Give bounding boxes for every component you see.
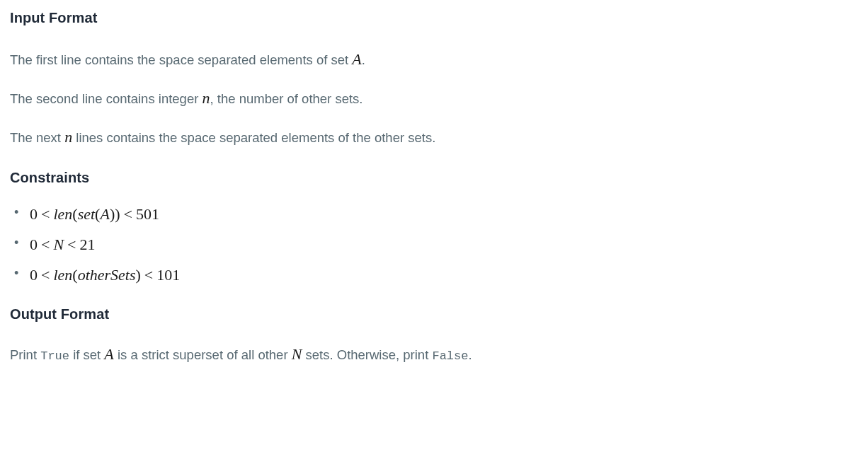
text: sets. Otherwise, print (302, 347, 432, 362)
less-than: < (41, 236, 50, 253)
paren-open: ( (72, 266, 77, 284)
math-var-A: A (352, 50, 361, 68)
num: 0 (30, 266, 38, 284)
code-false: False (432, 349, 468, 363)
less-than: < (124, 205, 132, 223)
text: if set (69, 347, 104, 362)
output-format-heading: Output Format (10, 306, 858, 323)
text: . (468, 347, 472, 362)
less-than: < (41, 266, 50, 284)
paren-close: ) (115, 205, 120, 223)
var-N: N (53, 236, 64, 253)
func-len: len (53, 266, 72, 284)
paren-open: ( (72, 205, 77, 223)
text: lines contains the space separated eleme… (72, 130, 435, 145)
less-than: < (67, 236, 76, 253)
output-line: Print True if set A is a strict superset… (10, 342, 858, 366)
func-len: len (53, 205, 72, 223)
less-than: < (41, 205, 50, 223)
num: 0 (30, 236, 38, 253)
text: is a strict superset of all other (114, 347, 292, 362)
math-expression: 0<len(set(A))<501 (30, 205, 159, 223)
text: The next (10, 130, 64, 145)
constraint-item-2: 0<N<21 (10, 233, 858, 256)
text: The first line contains the space separa… (10, 52, 352, 67)
num: 501 (136, 205, 159, 223)
math-var-N: N (292, 345, 302, 363)
code-true: True (40, 349, 69, 363)
constraint-item-1: 0<len(set(A))<501 (10, 203, 858, 226)
math-var-n: n (202, 89, 210, 107)
less-than: < (144, 266, 153, 284)
text: , the number of other sets. (210, 91, 363, 106)
text: The second line contains integer (10, 91, 202, 106)
num: 101 (156, 266, 180, 284)
num: 0 (30, 205, 38, 223)
math-expression: 0<len(otherSets)<101 (30, 266, 180, 284)
num: 21 (80, 236, 96, 253)
var-A: A (100, 205, 109, 223)
text: . (362, 52, 365, 67)
constraints-heading: Constraints (10, 170, 858, 186)
math-var-A: A (104, 345, 113, 363)
constraints-list: 0<len(set(A))<501 0<N<21 0<len(otherSets… (10, 203, 858, 286)
input-line-1: The first line contains the space separa… (10, 47, 858, 71)
text: Print (10, 347, 40, 362)
input-line-2: The second line contains integer n, the … (10, 86, 858, 110)
var-otherSets: otherSets (78, 266, 136, 284)
paren-close: ) (136, 266, 141, 284)
input-format-heading: Input Format (10, 10, 858, 26)
func-set: set (78, 205, 95, 223)
math-var-n: n (64, 128, 72, 146)
math-expression: 0<N<21 (30, 236, 96, 253)
constraint-item-3: 0<len(otherSets)<101 (10, 264, 858, 286)
input-line-3: The next n lines contains the space sepa… (10, 125, 858, 149)
